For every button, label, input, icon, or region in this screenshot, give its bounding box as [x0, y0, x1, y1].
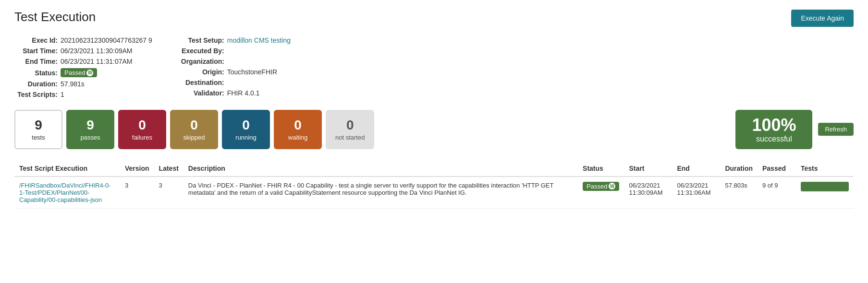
end-time-value: 06/23/2021 11:31:07AM [61, 58, 132, 65]
col-header-version: Version [120, 161, 154, 177]
status-badge-text: Passed [64, 69, 85, 76]
passes-number: 9 [86, 118, 94, 133]
destination-row: Destination: [181, 79, 291, 86]
stat-not-started: 0 not started [326, 110, 374, 149]
stat-running: 0 running [222, 110, 270, 149]
progress-bar-container [801, 182, 849, 191]
row-w-indicator: W [609, 183, 615, 189]
meta-col-right: Test Setup: modillon CMS testing Execute… [181, 36, 291, 98]
execute-again-button[interactable]: Execute Again [791, 10, 854, 27]
td-latest: 3 [154, 177, 183, 209]
td-status: Passed W [578, 177, 624, 209]
table-row: /FHIRSandbox/DaVinci/FHIR4-0-1-Test/PDEX… [14, 177, 854, 209]
tests-number: 9 [35, 118, 42, 133]
col-header-passed: Passed [758, 161, 796, 177]
stat-failures: 0 failures [118, 110, 166, 149]
table-header: Test Script Execution Version Latest Des… [14, 161, 854, 177]
table-header-row: Test Script Execution Version Latest Des… [14, 161, 854, 177]
w-indicator: W [86, 70, 93, 76]
col-header-script: Test Script Execution [14, 161, 120, 177]
stat-skipped: 0 skipped [170, 110, 218, 149]
tests-label: tests [32, 134, 45, 141]
start-time-label: Start Time: [14, 47, 58, 55]
origin-value: TouchstoneFHIR [227, 68, 277, 76]
executed-by-row: Executed By: [181, 47, 291, 55]
stat-tests: 9 tests [14, 110, 62, 149]
validator-label: Validator: [181, 89, 224, 97]
test-execution-table: Test Script Execution Version Latest Des… [14, 161, 854, 209]
status-row: Status: Passed W [14, 68, 152, 77]
success-box: 100% successful [735, 110, 812, 149]
td-version: 3 [120, 177, 154, 209]
exec-id-row: Exec Id: 20210623123009047763267 9 [14, 36, 152, 44]
meta-section: Exec Id: 20210623123009047763267 9 Start… [14, 36, 854, 98]
organization-label: Organization: [181, 58, 224, 65]
not-started-label: not started [335, 134, 365, 141]
skipped-label: skipped [183, 134, 205, 141]
col-header-start: Start [624, 161, 672, 177]
test-scripts-value: 1 [61, 91, 64, 98]
validator-value: FHIR 4.0.1 [227, 89, 260, 97]
col-header-status: Status [578, 161, 624, 177]
origin-label: Origin: [181, 68, 224, 76]
origin-row: Origin: TouchstoneFHIR [181, 68, 291, 76]
td-script: /FHIRSandbox/DaVinci/FHIR4-0-1-Test/PDEX… [14, 177, 120, 209]
status-label: Status: [14, 69, 58, 77]
duration-label: Duration: [14, 80, 58, 88]
col-header-latest: Latest [154, 161, 183, 177]
progress-bar-fill [801, 182, 849, 191]
start-time-row: Start Time: 06/23/2021 11:30:09AM [14, 47, 152, 55]
success-label: successful [756, 135, 792, 143]
refresh-button[interactable]: Refresh [818, 123, 854, 136]
stat-passes: 9 passes [66, 110, 114, 149]
col-header-duration: Duration [720, 161, 758, 177]
waiting-number: 0 [294, 118, 302, 133]
failures-number: 0 [138, 118, 146, 133]
test-setup-label: Test Setup: [181, 36, 224, 44]
validator-row: Validator: FHIR 4.0.1 [181, 89, 291, 97]
test-setup-row: Test Setup: modillon CMS testing [181, 36, 291, 44]
td-description: Da Vinci - PDEX - PlanNet - FHIR R4 - 00… [183, 177, 578, 209]
td-duration: 57.803s [720, 177, 758, 209]
td-start: 06/23/2021 11:30:09AM [624, 177, 672, 209]
td-end: 06/23/2021 11:31:06AM [672, 177, 720, 209]
not-started-number: 0 [346, 118, 354, 133]
start-time-value: 06/23/2021 11:30:09AM [61, 47, 132, 55]
stat-waiting: 0 waiting [274, 110, 322, 149]
running-label: running [235, 134, 256, 141]
td-tests [796, 177, 854, 209]
running-number: 0 [242, 118, 250, 133]
stats-row: 9 tests 9 passes 0 failures 0 skipped 0 … [14, 110, 854, 149]
passes-label: passes [80, 134, 100, 141]
col-header-description: Description [183, 161, 578, 177]
script-link[interactable]: /FHIRSandbox/DaVinci/FHIR4-0-1-Test/PDEX… [19, 182, 111, 203]
table-section: Test Script Execution Version Latest Des… [14, 161, 854, 209]
failures-label: failures [132, 134, 152, 141]
exec-id-value: 20210623123009047763267 9 [61, 36, 152, 44]
success-percent: 100% [752, 116, 796, 135]
skipped-number: 0 [190, 118, 198, 133]
test-scripts-row: Test Scripts: 1 [14, 91, 152, 98]
destination-label: Destination: [181, 79, 224, 86]
success-and-refresh: 100% successful Refresh [735, 110, 854, 149]
duration-value: 57.981s [61, 80, 85, 88]
test-scripts-label: Test Scripts: [14, 91, 58, 98]
waiting-label: waiting [288, 134, 307, 141]
td-passed: 9 of 9 [758, 177, 796, 209]
executed-by-label: Executed By: [181, 47, 224, 55]
page-header: Test Execution Execute Again [14, 10, 854, 27]
row-status-badge: Passed W [583, 182, 619, 191]
duration-row: Duration: 57.981s [14, 80, 152, 88]
meta-col-left: Exec Id: 20210623123009047763267 9 Start… [14, 36, 152, 98]
organization-row: Organization: [181, 58, 291, 65]
col-header-end: End [672, 161, 720, 177]
table-body: /FHIRSandbox/DaVinci/FHIR4-0-1-Test/PDEX… [14, 177, 854, 209]
row-status-text: Passed [587, 183, 607, 190]
end-time-label: End Time: [14, 58, 58, 65]
test-setup-link[interactable]: modillon CMS testing [227, 36, 291, 44]
status-badge: Passed W [61, 68, 97, 77]
end-time-row: End Time: 06/23/2021 11:31:07AM [14, 58, 152, 65]
page-title: Test Execution [14, 10, 96, 24]
exec-id-label: Exec Id: [14, 36, 58, 44]
col-header-tests: Tests [796, 161, 854, 177]
